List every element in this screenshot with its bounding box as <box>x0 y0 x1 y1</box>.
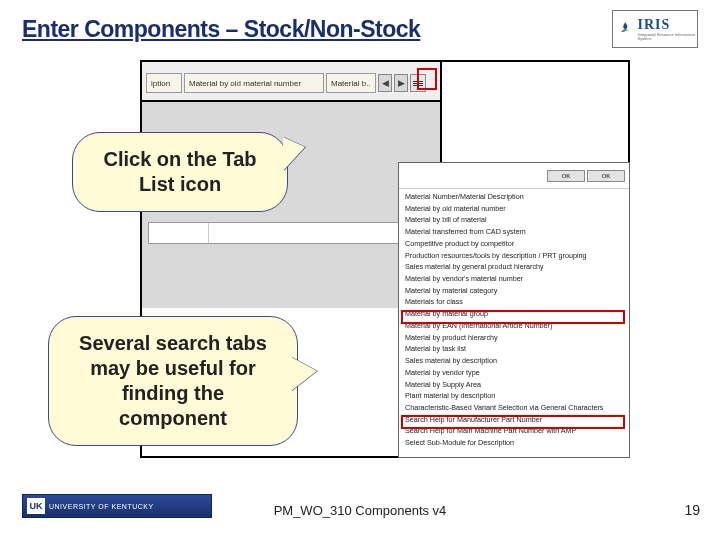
callout-tail-icon <box>291 357 317 391</box>
iris-logo-subtitle: Integrated Resource Information System <box>638 33 697 41</box>
dropdown-item[interactable]: Search Help for Main Machine Part Number… <box>399 425 629 437</box>
sap-field-1[interactable] <box>149 223 209 243</box>
dropdown-item[interactable]: Search Help for Manufacturer Part Number <box>399 414 629 426</box>
tab-scroll-left-icon[interactable]: ◀ <box>378 74 392 92</box>
dropdown-item[interactable]: Competitive product by competitor <box>399 238 629 250</box>
dropdown-item[interactable]: Material Number/Material Description <box>399 191 629 203</box>
dropdown-item[interactable]: Material transferred from CAD system <box>399 226 629 238</box>
tab-fragment[interactable]: iption <box>146 73 182 93</box>
tab-list-dropdown: OK OK Material Number/Material Descripti… <box>398 162 630 458</box>
tab-old-material[interactable]: Material by old material number <box>184 73 324 93</box>
callout-search-tabs: Several search tabs may be useful for fi… <box>48 316 298 446</box>
dropdown-item[interactable]: Material by vendor type <box>399 367 629 379</box>
ok-button-1[interactable]: OK <box>547 170 585 182</box>
dropdown-item[interactable]: Material by bill of material <box>399 214 629 226</box>
dropdown-item[interactable]: Material by task list <box>399 343 629 355</box>
dropdown-item[interactable]: Material by product hierarchy <box>399 332 629 344</box>
page-title: Enter Components – Stock/Non-Stock <box>22 16 420 43</box>
dropdown-item[interactable]: Plant material by description <box>399 390 629 402</box>
dropdown-item[interactable]: Production resources/tools by descriptio… <box>399 250 629 262</box>
dropdown-item[interactable]: Material by vendor's material number <box>399 273 629 285</box>
iris-logo: IRIS Integrated Resource Information Sys… <box>612 10 698 48</box>
tab-scroll-right-icon[interactable]: ▶ <box>394 74 408 92</box>
dropdown-item[interactable]: Select Sub-Module for Description <box>399 437 629 449</box>
callout-search-tabs-text: Several search tabs may be useful for fi… <box>79 332 267 429</box>
callout-tab-list: Click on the Tab List icon <box>72 132 288 212</box>
dropdown-item[interactable]: Characteristic-Based Variant Selection v… <box>399 402 629 414</box>
sap-input-row[interactable] <box>148 222 408 244</box>
footer-doc-id: PM_WO_310 Components v4 <box>0 503 720 518</box>
dropdown-item[interactable]: Sales material by description <box>399 355 629 367</box>
dropdown-item[interactable]: Materials for class <box>399 296 629 308</box>
dropdown-item[interactable]: Material by old material number <box>399 203 629 215</box>
dropdown-item[interactable]: Sales material by general product hierar… <box>399 261 629 273</box>
callout-tail-icon <box>283 137 305 171</box>
dropdown-item[interactable]: Material by EAN (International Article N… <box>399 320 629 332</box>
tab-list-icon[interactable] <box>410 74 426 92</box>
iris-flower-icon <box>617 19 634 39</box>
dropdown-list: Material Number/Material DescriptionMate… <box>399 189 629 451</box>
iris-logo-text: IRIS <box>638 17 697 33</box>
callout-tab-list-text: Click on the Tab List icon <box>104 148 257 195</box>
dropdown-item[interactable]: Material by material category <box>399 285 629 297</box>
ok-button-2[interactable]: OK <box>587 170 625 182</box>
sap-field-2[interactable] <box>209 223 407 243</box>
top-sap-window: iption Material by old material number M… <box>142 62 442 102</box>
tab-material-truncated[interactable]: Material b.. <box>326 73 376 93</box>
dropdown-item[interactable]: Material by Supply Area <box>399 379 629 391</box>
dropdown-item[interactable]: Material by material group <box>399 308 629 320</box>
footer-page-number: 19 <box>684 502 700 518</box>
